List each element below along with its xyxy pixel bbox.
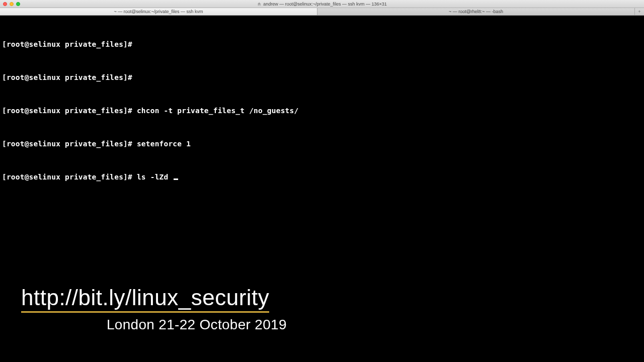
minimize-icon[interactable] — [10, 2, 14, 6]
command: chcon -t private_files_t /no_guests/ — [137, 107, 298, 115]
window-titlebar: andrew — root@selinux:~/private_files — … — [0, 0, 644, 8]
window-title-text: andrew — root@selinux:~/private_files — … — [263, 2, 387, 7]
prompt: [root@selinux private_files]# — [2, 140, 132, 148]
overlay-url: http://bit.ly/linux_security — [21, 285, 269, 313]
command: setenforce 1 — [137, 140, 191, 148]
prompt: [root@selinux private_files]# — [2, 40, 132, 48]
terminal-line: [root@selinux private_files]# — [2, 39, 642, 50]
tab-label: ~ — root@selinux:~/private_files — ssh k… — [114, 9, 203, 14]
window-title: andrew — root@selinux:~/private_files — … — [257, 2, 387, 7]
tab-bash[interactable]: ~ — root@rhel8:~ — -bash — [317, 8, 635, 15]
overlay-caption: http://bit.ly/linux_security London 21-2… — [21, 285, 287, 333]
prompt: [root@selinux private_files]# — [2, 73, 132, 81]
cursor-icon — [174, 178, 178, 180]
traffic-lights — [3, 2, 20, 6]
close-icon[interactable] — [3, 2, 7, 6]
home-icon — [257, 2, 261, 6]
overlay-subtitle: London 21-22 October 2019 — [107, 317, 287, 333]
tab-label: ~ — root@rhel8:~ — -bash — [449, 9, 503, 14]
terminal-body[interactable]: [root@selinux private_files]# [root@seli… — [0, 16, 644, 195]
prompt: [root@selinux private_files]# — [2, 173, 132, 181]
terminal-line: [root@selinux private_files]# ls -lZd — [2, 171, 642, 183]
terminal-line: [root@selinux private_files]# chcon -t p… — [2, 105, 642, 116]
prompt: [root@selinux private_files]# — [2, 107, 132, 115]
terminal-line: [root@selinux private_files]# setenforce… — [2, 138, 642, 149]
terminal-line: [root@selinux private_files]# — [2, 72, 642, 83]
new-tab-button[interactable]: + — [635, 8, 644, 15]
tab-ssh-kvm[interactable]: ~ — root@selinux:~/private_files — ssh k… — [0, 8, 317, 15]
command: ls -lZd — [137, 173, 173, 181]
tab-bar: ~ — root@selinux:~/private_files — ssh k… — [0, 8, 644, 16]
zoom-icon[interactable] — [16, 2, 20, 6]
